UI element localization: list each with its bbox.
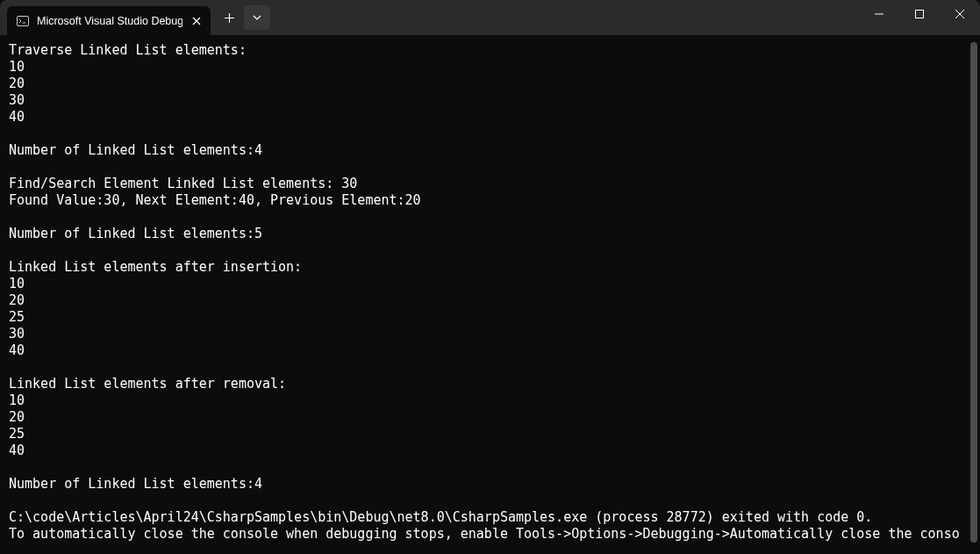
- svg-rect-0: [18, 16, 29, 25]
- terminal-icon: [16, 14, 30, 28]
- window-controls: [859, 0, 980, 28]
- scrollbar[interactable]: [969, 39, 978, 550]
- scrollbar-thumb[interactable]: [970, 42, 977, 543]
- titlebar: Microsoft Visual Studio Debug: [0, 0, 980, 35]
- minimize-button[interactable]: [859, 0, 899, 28]
- svg-rect-3: [916, 11, 924, 18]
- close-window-button[interactable]: [940, 0, 980, 28]
- tab-dropdown-button[interactable]: [244, 5, 270, 30]
- terminal-output[interactable]: Traverse Linked List elements: 10 20 30 …: [0, 35, 980, 550]
- tab-title: Microsoft Visual Studio Debug: [37, 15, 182, 27]
- tab-active[interactable]: Microsoft Visual Studio Debug: [7, 6, 211, 35]
- tab-close-button[interactable]: [190, 14, 204, 28]
- maximize-button[interactable]: [899, 0, 940, 28]
- new-tab-button[interactable]: [216, 5, 242, 30]
